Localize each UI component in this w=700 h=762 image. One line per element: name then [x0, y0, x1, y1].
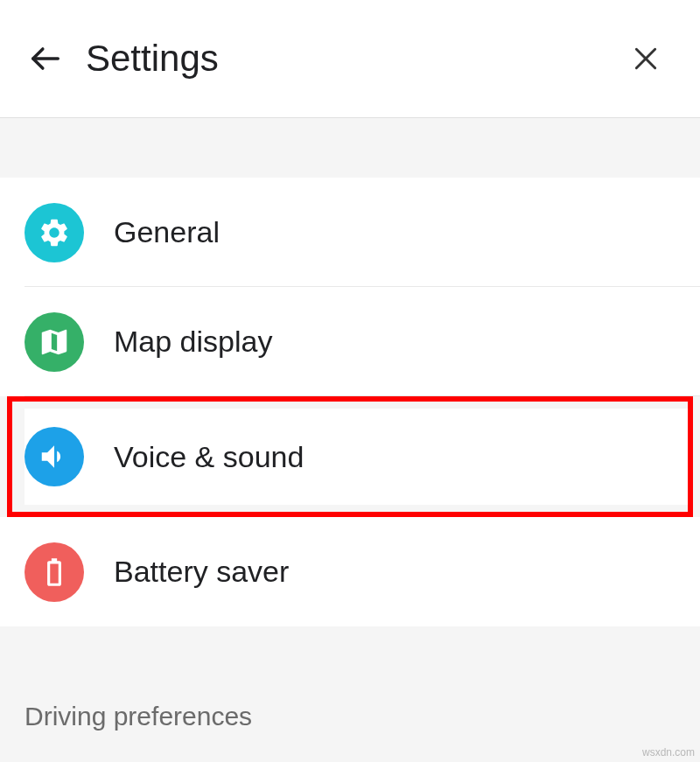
divider: [24, 395, 700, 396]
highlight-box: Voice & sound: [7, 396, 693, 517]
bottom-spacer: [0, 626, 700, 660]
close-icon: [632, 45, 660, 73]
settings-item-general[interactable]: General: [0, 178, 700, 287]
speaker-icon: [24, 427, 84, 486]
settings-list: General Map display: [0, 178, 700, 396]
item-label-battery-saver: Battery saver: [114, 555, 289, 589]
header-spacer: [0, 118, 700, 178]
watermark: wsxdn.com: [642, 746, 695, 759]
header-bar: Settings: [0, 0, 700, 118]
item-label-map-display: Map display: [114, 325, 272, 359]
map-icon: [24, 312, 84, 372]
item-label-voice-sound: Voice & sound: [114, 440, 304, 474]
settings-item-map-display[interactable]: Map display: [0, 287, 700, 396]
close-button[interactable]: [626, 39, 665, 78]
back-button[interactable]: [26, 39, 65, 78]
section-driving-preferences: Driving preferences: [0, 660, 700, 731]
arrow-left-icon: [29, 42, 62, 75]
settings-list-2: Battery saver: [0, 517, 700, 626]
settings-item-voice-sound[interactable]: Voice & sound: [24, 409, 688, 505]
page-title: Settings: [86, 38, 626, 80]
item-label-general: General: [114, 215, 220, 249]
gear-icon: [24, 203, 84, 262]
battery-icon: [24, 542, 84, 602]
settings-item-battery-saver[interactable]: Battery saver: [0, 517, 700, 626]
